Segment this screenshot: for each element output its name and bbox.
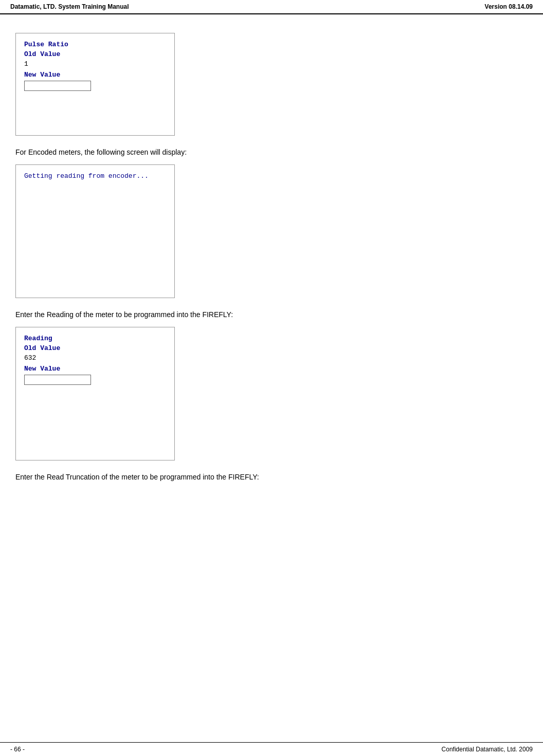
- page-footer: - 66 - Confidential Datamatic, Ltd. 2009: [0, 742, 543, 756]
- reading-new-label: New Value: [24, 365, 166, 373]
- encoded-meters-intro: For Encoded meters, the following screen…: [15, 148, 528, 156]
- pulse-ratio-screen: Pulse Ratio Old Value 1 New Value: [15, 33, 175, 136]
- pulse-ratio-old-label: Old Value: [24, 50, 166, 58]
- page-header: Datamatic, LTD. System Training Manual V…: [0, 0, 543, 14]
- pulse-ratio-label: Pulse Ratio: [24, 41, 166, 48]
- reading-label: Reading: [24, 335, 166, 342]
- reading-old-value: 632: [24, 354, 166, 362]
- reading-old-label: Old Value: [24, 344, 166, 352]
- reading-intro: Enter the Reading of the meter to be pro…: [15, 310, 528, 319]
- footer-left: - 66 -: [10, 746, 25, 753]
- pulse-ratio-new-input[interactable]: [24, 81, 91, 91]
- reading-screen: Reading Old Value 632 New Value: [15, 327, 175, 460]
- header-right: Version 08.14.09: [485, 3, 533, 10]
- encoder-screen: Getting reading from encoder...: [15, 164, 175, 298]
- read-truncation-intro: Enter the Read Truncation of the meter t…: [15, 473, 528, 481]
- page-content: Pulse Ratio Old Value 1 New Value For En…: [0, 14, 543, 515]
- encoder-message: Getting reading from encoder...: [24, 172, 149, 180]
- reading-new-input[interactable]: [24, 375, 91, 385]
- pulse-ratio-old-value: 1: [24, 60, 166, 68]
- pulse-ratio-new-label: New Value: [24, 71, 166, 79]
- header-left: Datamatic, LTD. System Training Manual: [10, 3, 129, 10]
- footer-right: Confidential Datamatic, Ltd. 2009: [442, 746, 533, 753]
